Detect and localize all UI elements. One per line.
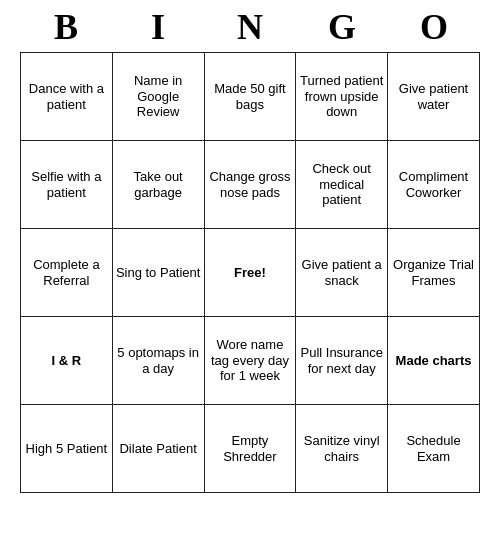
cell-r0-c0: Dance with a patient xyxy=(21,53,113,141)
bingo-letter-g: G xyxy=(296,6,388,48)
cell-r1-c2: Change gross nose pads xyxy=(204,141,296,229)
cell-r1-c4: Compliment Coworker xyxy=(388,141,480,229)
cell-r0-c4: Give patient water xyxy=(388,53,480,141)
cell-r1-c1: Take out garbage xyxy=(112,141,204,229)
bingo-letter-b: B xyxy=(20,6,112,48)
cell-r0-c2: Made 50 gift bags xyxy=(204,53,296,141)
cell-r4-c0: High 5 Patient xyxy=(21,405,113,493)
cell-r4-c2: Empty Shredder xyxy=(204,405,296,493)
cell-r1-c0: Selfie with a patient xyxy=(21,141,113,229)
cell-r3-c1: 5 optomaps in a day xyxy=(112,317,204,405)
cell-r3-c3: Pull Insurance for next day xyxy=(296,317,388,405)
cell-r0-c3: Turned patient frown upside down xyxy=(296,53,388,141)
cell-r4-c1: Dilate Patient xyxy=(112,405,204,493)
cell-r4-c3: Sanitize vinyl chairs xyxy=(296,405,388,493)
cell-r3-c2: Wore name tag every day for 1 week xyxy=(204,317,296,405)
cell-r2-c4: Organize Trial Frames xyxy=(388,229,480,317)
cell-r2-c0: Complete a Referral xyxy=(21,229,113,317)
bingo-grid: Dance with a patientName in Google Revie… xyxy=(20,52,480,493)
cell-r3-c4: Made charts xyxy=(388,317,480,405)
cell-r2-c1: Sing to Patient xyxy=(112,229,204,317)
cell-r2-c2: Free! xyxy=(204,229,296,317)
bingo-letter-i: I xyxy=(112,6,204,48)
cell-r2-c3: Give patient a snack xyxy=(296,229,388,317)
cell-r3-c0: I & R xyxy=(21,317,113,405)
bingo-letter-o: O xyxy=(388,6,480,48)
bingo-title: BINGO xyxy=(20,6,480,48)
cell-r4-c4: Schedule Exam xyxy=(388,405,480,493)
cell-r1-c3: Check out medical patient xyxy=(296,141,388,229)
bingo-letter-n: N xyxy=(204,6,296,48)
cell-r0-c1: Name in Google Review xyxy=(112,53,204,141)
